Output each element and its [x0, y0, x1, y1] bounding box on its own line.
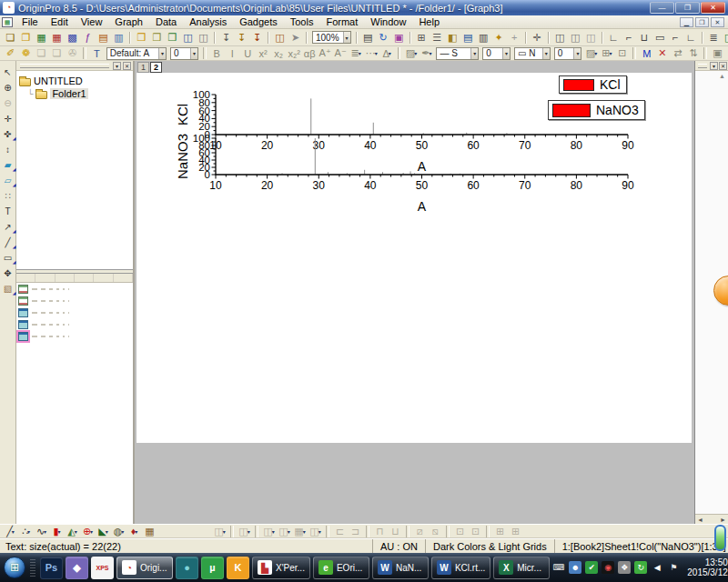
new-notes-icon[interactable]: ▥	[111, 31, 126, 45]
child-close-button[interactable]: ✕	[711, 17, 724, 27]
minimize-button[interactable]: —	[650, 2, 674, 14]
graph-child-window-icon[interactable]: ▦	[2, 17, 13, 27]
save-template-icon[interactable]: ◫	[196, 31, 211, 45]
layer-button-1[interactable]: 1	[137, 62, 149, 73]
rectangle-tool-icon[interactable]: ▭◢	[1, 250, 15, 265]
ungroup-objects-icon[interactable]: ◫▾	[277, 525, 292, 538]
new-project-icon[interactable]: ❏	[3, 31, 18, 45]
purple-app-icon[interactable]: ◆	[66, 557, 88, 579]
fix-object-icon[interactable]: ⊞	[492, 525, 508, 538]
increase-font-button[interactable]: A⁺	[318, 46, 333, 60]
master-items-icon[interactable]: M	[639, 46, 654, 60]
align-dropdown[interactable]: ≣▾	[349, 46, 364, 60]
run-script-icon[interactable]: ➤	[288, 31, 303, 45]
align-objects-icon[interactable]: ▦▾	[292, 525, 308, 538]
left-y-axis-icon[interactable]: ∟	[606, 31, 622, 45]
border-width-select[interactable]: 0▾	[554, 47, 582, 60]
panel-grip[interactable]	[20, 64, 109, 68]
unmask-range-tool-icon[interactable]: ▱◢	[1, 173, 15, 187]
import-multiple-ascii-icon[interactable]: ↧	[249, 31, 265, 45]
data-selector-tool-icon[interactable]: ↕	[1, 142, 15, 156]
corner2-axes-icon[interactable]: ∟	[683, 31, 699, 45]
right-panel-menu-button[interactable]: ▾	[710, 62, 718, 70]
box-axes-icon[interactable]: ▭	[652, 31, 668, 45]
results-log-icon[interactable]: ▤	[460, 31, 476, 45]
merge-cells-icon[interactable]: ⊡	[614, 46, 630, 60]
fill-color-dropdown[interactable]: ▨▾	[403, 46, 419, 60]
reorder-back-icon[interactable]: ◫▾	[237, 525, 252, 538]
tree-item-untitled[interactable]: UNTITLED	[19, 75, 130, 87]
layer-button-2[interactable]: 2	[150, 62, 162, 73]
sphere-app-icon[interactable]: ●	[176, 557, 198, 579]
legend-nano3[interactable]: NaNO3	[548, 100, 645, 120]
volume-tray-icon[interactable]: ◀	[651, 561, 663, 574]
chat-tray-icon[interactable]: ❖	[618, 561, 631, 574]
project-list-item-graph[interactable]	[16, 330, 133, 342]
restore-button[interactable]: ❐	[675, 2, 700, 14]
ime-floating-widget[interactable]	[714, 525, 726, 551]
new-matrix-icon[interactable]: ▩	[65, 31, 80, 45]
fill-area-plot-icon[interactable]: ◣▾	[96, 525, 111, 538]
mu-app-icon[interactable]: µ	[201, 557, 224, 579]
theme-pencil-icon[interactable]: ✐	[3, 46, 18, 60]
refresh-tray-icon[interactable]: ↻	[634, 561, 647, 574]
origin-taskbutton[interactable]: ◔Origi...	[116, 557, 173, 579]
lock-icon[interactable]: ▣	[710, 46, 725, 60]
qq-tray-icon[interactable]: ◉	[602, 561, 614, 574]
extract-layer-icon[interactable]: ◫	[568, 31, 583, 45]
cell-fill-dropdown[interactable]: ⊞▾	[599, 46, 614, 60]
menu-format[interactable]: Format	[319, 16, 364, 27]
legend-kcl[interactable]: KCl	[559, 75, 627, 94]
line-width-select[interactable]: 0▾	[482, 47, 511, 60]
format-stamp-icon[interactable]: ✇	[65, 46, 80, 60]
align-top-edge-icon[interactable]: ⊓	[372, 525, 388, 538]
greek-button[interactable]: αβ	[302, 46, 318, 60]
taskbar-clock[interactable]: 13:50 2015/3/12	[687, 557, 728, 577]
v-spacing-icon[interactable]: ⇅	[685, 46, 701, 60]
new-graph-icon[interactable]: ▦	[49, 31, 65, 45]
decrease-font-button[interactable]: A⁻	[333, 46, 349, 60]
same-width-icon[interactable]: ⊡	[452, 525, 468, 538]
new-folder-icon[interactable]: ❐	[18, 31, 34, 45]
corner-axes-icon[interactable]: ⌐	[668, 31, 683, 45]
import-wizard-icon[interactable]: ↧	[218, 31, 234, 45]
user-tray-icon[interactable]: ☻	[569, 561, 581, 574]
menu-data[interactable]: Data	[149, 16, 183, 27]
exclude-master-icon[interactable]: ✕	[654, 46, 670, 60]
ime-keyboard-icon[interactable]: ⌨	[552, 561, 565, 574]
text-lines-icon[interactable]: ≣	[706, 31, 722, 45]
right-panel-close-button[interactable]: ✕	[719, 62, 727, 70]
mask-range-tool-icon[interactable]: ▰◢	[1, 157, 15, 172]
menu-help[interactable]: Help	[412, 16, 446, 27]
scatter-plot-icon[interactable]: ∴▾	[18, 525, 34, 538]
zoom-out-tool-icon[interactable]: ⊖	[1, 95, 15, 110]
align-right-edge-icon[interactable]: ⊐	[348, 525, 363, 538]
new-workbook-icon[interactable]: ▦	[34, 31, 49, 45]
scroll-left-arrow[interactable]: ◄	[697, 517, 703, 523]
scroll-up-arrow[interactable]: ▲	[719, 73, 725, 79]
word-kcl-taskbutton[interactable]: WKCl.rt...	[431, 557, 490, 579]
orange-box-app-icon[interactable]: K	[227, 557, 249, 579]
font-tool-icon[interactable]: T	[89, 46, 105, 60]
project-list-item-graph[interactable]	[16, 318, 133, 330]
xpert-taskbutton[interactable]: ▙X'Per...	[252, 557, 310, 579]
pointer-mode-icon[interactable]: ◫▾	[212, 525, 228, 538]
add-app-icon[interactable]: +	[507, 31, 522, 45]
unfix-object-icon[interactable]: ⊞	[508, 525, 523, 538]
shield-tray-icon[interactable]: ✔	[585, 561, 598, 574]
pan-tool-icon[interactable]: ✥	[1, 266, 15, 280]
line-symbol-plot-icon[interactable]: ∿▾	[34, 525, 49, 538]
open-box-axes-icon[interactable]: ⊔	[637, 31, 652, 45]
rescale-axes-icon[interactable]: ✛	[530, 31, 545, 45]
draw-data-tool-icon[interactable]: ∷	[1, 188, 15, 203]
menu-edit[interactable]: Edit	[45, 16, 75, 27]
child-restore-button[interactable]: ❐	[695, 17, 709, 27]
merge-layer-icon[interactable]: ◫	[583, 31, 599, 45]
subsuperscript-button[interactable]: x₂²	[287, 46, 302, 60]
align-bottom-edge-icon[interactable]: ⊔	[388, 525, 403, 538]
arrange-windows-icon[interactable]: ☰	[430, 31, 445, 45]
custom-routine-icon[interactable]: ▣	[391, 31, 407, 45]
project-list-item-graph[interactable]	[16, 306, 133, 318]
copy-format-icon[interactable]: ❏	[34, 46, 49, 60]
stock-plot-icon[interactable]: ♦▾	[126, 525, 142, 538]
